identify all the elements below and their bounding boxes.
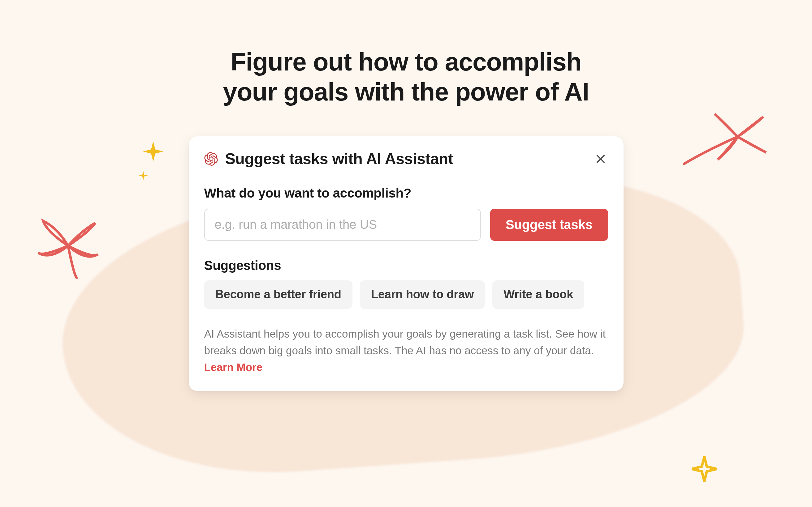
suggestion-chips-row: Become a better friend Learn how to draw… (204, 280, 608, 309)
modal-header: Suggest tasks with AI Assistant (204, 150, 608, 168)
sparkle-icon (141, 139, 165, 164)
suggestions-label: Suggestions (204, 258, 608, 273)
suggestion-chip[interactable]: Write a book (492, 280, 584, 309)
page-heading: Figure out how to accomplish your goals … (0, 0, 812, 107)
disclaimer-body: AI Assistant helps you to accomplish you… (204, 328, 606, 356)
ai-assistant-modal: Suggest tasks with AI Assistant What do … (189, 136, 623, 391)
flower-icon (680, 108, 773, 179)
suggestion-chip[interactable]: Learn how to draw (360, 280, 485, 309)
modal-title: Suggest tasks with AI Assistant (225, 150, 453, 168)
suggestion-chip[interactable]: Become a better friend (204, 280, 352, 309)
goal-input[interactable] (204, 209, 481, 241)
openai-icon (204, 152, 218, 166)
suggest-tasks-button[interactable]: Suggest tasks (490, 209, 608, 241)
prompt-label: What do you want to accomplish? (204, 186, 608, 201)
close-button[interactable] (593, 152, 608, 166)
sparkle-icon (138, 170, 149, 181)
disclaimer-text: AI Assistant helps you to accomplish you… (204, 326, 608, 376)
modal-title-wrap: Suggest tasks with AI Assistant (204, 150, 453, 168)
learn-more-link[interactable]: Learn More (204, 361, 263, 373)
heading-line-2: your goals with the power of AI (223, 77, 589, 106)
flower-icon (33, 210, 104, 281)
sparkle-icon (690, 454, 719, 484)
input-row: Suggest tasks (204, 209, 608, 241)
heading-line-1: Figure out how to accomplish (231, 48, 581, 76)
